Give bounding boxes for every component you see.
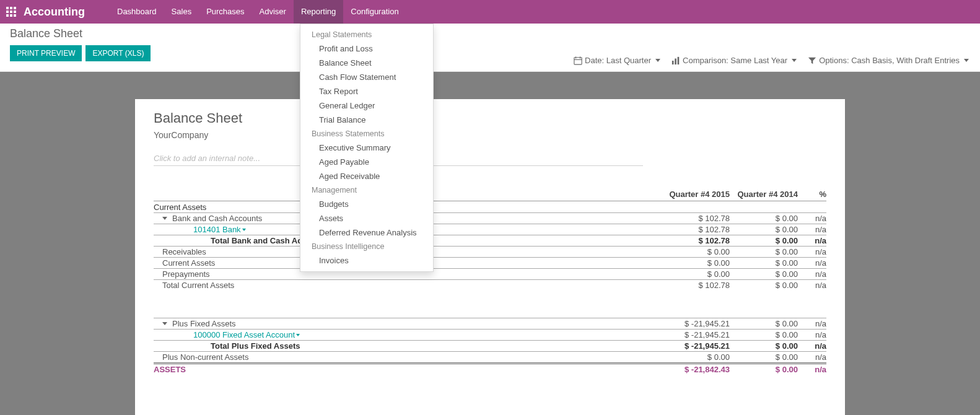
- cell-q1: $ -21,945.21: [662, 330, 730, 339]
- dd-aged-receivable[interactable]: Aged Receivable: [300, 169, 433, 183]
- nav-configuration[interactable]: Configuration: [343, 0, 406, 24]
- nav-dashboard[interactable]: Dashboard: [110, 0, 164, 24]
- table-row: Prepayments$ 0.00$ 0.00n/a: [154, 268, 826, 279]
- table-row: Bank and Cash Accounts$ 102.78$ 0.00n/a: [154, 212, 826, 224]
- nav-purchases[interactable]: Purchases: [199, 0, 252, 24]
- filter-bar: Date: Last Quarter Comparison: Same Last…: [574, 56, 969, 65]
- apps-icon[interactable]: [6, 7, 16, 17]
- cell-pct: n/a: [798, 258, 826, 268]
- table-row: 100000 Fixed Asset Account$ -21,945.21$ …: [154, 329, 826, 340]
- calendar-icon: [574, 56, 582, 65]
- dd-section-legal: Legal Statements: [300, 28, 433, 42]
- cell-q2: $ 0.00: [730, 269, 798, 279]
- print-preview-button[interactable]: Print Preview: [10, 45, 82, 61]
- dd-aged-payable[interactable]: Aged Payable: [300, 155, 433, 169]
- filter-options[interactable]: Options: Cash Basis, With Draft Entries: [808, 56, 969, 65]
- export-xls-button[interactable]: Export (XLS): [85, 45, 151, 61]
- cell-q2: $ 0.00: [730, 214, 798, 223]
- table-row: Total Bank and Cash Accounts$ 102.78$ 0.…: [154, 235, 826, 246]
- cell-q2: $ 0.00: [730, 330, 798, 339]
- chevron-down-icon[interactable]: [296, 334, 300, 336]
- company-name: YourCompany: [154, 130, 826, 140]
- svg-rect-1: [10, 7, 12, 9]
- reporting-dropdown: Legal Statements Profit and Loss Balance…: [300, 24, 434, 272]
- dd-assets[interactable]: Assets: [300, 211, 433, 225]
- row-label: Plus Fixed Assets: [154, 319, 662, 328]
- nav-reporting[interactable]: Reporting: [294, 0, 343, 24]
- table-row: Plus Non-current Assets$ 0.00$ 0.00n/a: [154, 351, 826, 362]
- table-row: Total Plus Fixed Assets$ -21,945.21$ 0.0…: [154, 340, 826, 351]
- dd-balance-sheet[interactable]: Balance Sheet: [300, 56, 433, 70]
- cell-q2: $ 0.00: [730, 225, 798, 234]
- page-title: Balance Sheet: [10, 27, 970, 40]
- report-header-row: Quarter #4 2015 Quarter #4 2014 %: [154, 190, 826, 201]
- report-page: Balance Sheet YourCompany Quarter #4 201…: [135, 99, 845, 415]
- row-label: Total Plus Fixed Assets: [154, 341, 662, 351]
- dd-profit-and-loss[interactable]: Profit and Loss: [300, 42, 433, 56]
- row-label: Plus Non-current Assets: [154, 352, 662, 362]
- chevron-down-icon[interactable]: [162, 217, 167, 220]
- cell-pct: n/a: [798, 352, 826, 362]
- row-label[interactable]: 100000 Fixed Asset Account: [154, 330, 662, 339]
- table-row: 101401 Bank$ 102.78$ 0.00n/a: [154, 224, 826, 235]
- cell-q1: $ 0.00: [662, 352, 730, 362]
- dd-section-bi: Business Intelligence: [300, 240, 433, 253]
- cell-q2: $ 0.00: [730, 247, 798, 256]
- chevron-down-icon[interactable]: [162, 322, 167, 325]
- col-header-q1: Quarter #4 2015: [662, 190, 730, 199]
- col-header-q2: Quarter #4 2014: [730, 190, 798, 199]
- dd-invoices[interactable]: Invoices: [300, 253, 433, 268]
- cell-pct: n/a: [798, 247, 826, 256]
- section-current-assets: Current Assets: [154, 203, 826, 212]
- filter-comparison[interactable]: Comparison: Same Last Year: [672, 56, 797, 65]
- dd-tax-report[interactable]: Tax Report: [300, 84, 433, 98]
- cell-q2: $ 0.00: [730, 319, 798, 328]
- svg-rect-13: [672, 61, 674, 64]
- svg-rect-14: [675, 58, 676, 64]
- cell-q1: $ -21,945.21: [662, 341, 730, 351]
- svg-rect-8: [14, 14, 16, 17]
- cell-q1: $ 102.78: [662, 214, 730, 223]
- cell-q1: $ 0.00: [662, 269, 730, 279]
- chevron-down-icon: [792, 59, 797, 62]
- cell-pct: n/a: [798, 225, 826, 234]
- dd-cash-flow[interactable]: Cash Flow Statement: [300, 70, 433, 84]
- brand-title[interactable]: Accounting: [24, 6, 85, 19]
- chevron-down-icon: [655, 59, 660, 62]
- dd-deferred-revenue[interactable]: Deferred Revenue Analysis: [300, 225, 433, 240]
- chevron-down-icon[interactable]: [242, 229, 246, 231]
- row-assets-total: ASSETS $ -21,842.43 $ 0.00 n/a: [154, 362, 826, 375]
- svg-rect-5: [14, 11, 16, 13]
- filter-date[interactable]: Date: Last Quarter: [574, 56, 660, 65]
- cell-pct: n/a: [798, 330, 826, 339]
- cell-q1: $ 0.00: [662, 258, 730, 268]
- nav-sales[interactable]: Sales: [164, 0, 199, 24]
- cell-q2: $ 0.00: [730, 352, 798, 362]
- report-table: Quarter #4 2015 Quarter #4 2014 % Curren…: [154, 190, 826, 375]
- dd-general-ledger[interactable]: General Ledger: [300, 98, 433, 113]
- table-row: Current Assets$ 0.00$ 0.00n/a: [154, 257, 826, 268]
- total-current-assets-label: Total Current Assets: [154, 281, 662, 290]
- dd-executive-summary[interactable]: Executive Summary: [300, 141, 433, 155]
- cell-pct: n/a: [798, 269, 826, 279]
- nav-adviser[interactable]: Adviser: [252, 0, 294, 24]
- table-row: Plus Fixed Assets$ -21,945.21$ 0.00n/a: [154, 318, 826, 329]
- filter-date-label: Date: Last Quarter: [585, 56, 651, 65]
- cell-q1: $ 102.78: [662, 225, 730, 234]
- cell-pct: n/a: [798, 214, 826, 223]
- top-navbar: Accounting Dashboard Sales Purchases Adv…: [0, 0, 980, 24]
- control-bar: Balance Sheet Print Preview Export (XLS)…: [0, 24, 980, 72]
- svg-rect-6: [6, 14, 9, 17]
- filter-icon: [808, 56, 816, 65]
- dd-trial-balance[interactable]: Trial Balance: [300, 113, 433, 127]
- dd-budgets[interactable]: Budgets: [300, 197, 433, 211]
- col-header-pct: %: [798, 190, 826, 199]
- row-total-current-assets: Total Current Assets $ 102.78 $ 0.00 n/a: [154, 279, 826, 290]
- cell-q2: $ 0.00: [730, 236, 798, 245]
- dd-section-management: Management: [300, 183, 433, 197]
- cell-q2: $ 0.00: [730, 258, 798, 268]
- svg-rect-4: [10, 11, 12, 13]
- cell-q1: $ -21,945.21: [662, 319, 730, 328]
- svg-rect-3: [6, 11, 9, 13]
- svg-rect-7: [10, 14, 12, 17]
